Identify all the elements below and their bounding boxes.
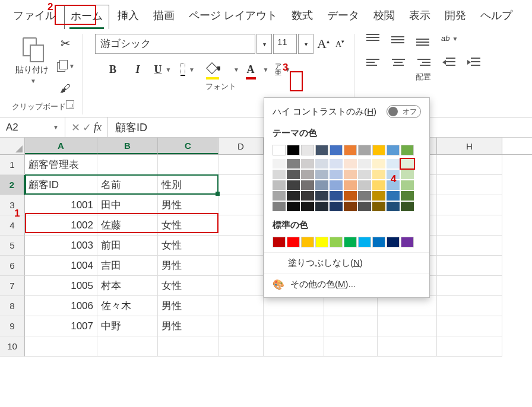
decrease-font-size-button[interactable]: A▾ xyxy=(333,36,347,56)
cell[interactable] xyxy=(437,316,502,336)
tab-help[interactable]: ヘルプ xyxy=(474,5,518,29)
select-all-corner[interactable] xyxy=(0,138,25,154)
col-header-h[interactable]: H xyxy=(437,138,502,154)
color-swatch[interactable] xyxy=(273,202,286,211)
align-center-button[interactable] xyxy=(391,56,406,68)
color-swatch[interactable] xyxy=(372,202,385,211)
cell[interactable] xyxy=(218,175,264,195)
align-middle-button[interactable] xyxy=(391,34,406,46)
color-swatch[interactable] xyxy=(372,191,385,201)
no-fill-item[interactable]: 塗りつぶしなし(N) xyxy=(264,252,429,274)
cell[interactable] xyxy=(25,336,97,357)
color-swatch[interactable] xyxy=(315,159,328,168)
border-button[interactable] xyxy=(180,61,195,78)
cell[interactable] xyxy=(437,276,502,296)
cell[interactable]: 1006 xyxy=(25,296,97,316)
cell[interactable] xyxy=(324,336,378,357)
cell[interactable]: 男性 xyxy=(158,316,218,336)
color-swatch[interactable] xyxy=(358,159,371,168)
cell[interactable] xyxy=(218,296,264,316)
row-header[interactable]: 8 xyxy=(0,296,25,316)
bold-button[interactable]: B xyxy=(106,61,120,78)
cell[interactable] xyxy=(437,336,502,357)
col-header-b[interactable]: B xyxy=(97,138,158,154)
cell[interactable]: 1003 xyxy=(25,236,97,256)
cell[interactable]: 村本 xyxy=(97,276,158,296)
color-swatch[interactable] xyxy=(301,180,314,190)
color-swatch[interactable] xyxy=(315,180,328,190)
cell[interactable] xyxy=(97,336,158,357)
color-swatch[interactable] xyxy=(330,202,343,211)
row-header[interactable]: 4 xyxy=(0,215,25,236)
cell[interactable] xyxy=(218,236,264,256)
tab-view[interactable]: 表示 xyxy=(403,5,436,29)
color-swatch[interactable] xyxy=(287,170,300,179)
color-swatch[interactable] xyxy=(387,145,400,155)
color-swatch[interactable] xyxy=(273,180,286,190)
color-swatch[interactable] xyxy=(301,170,314,179)
fill-color-dropdown[interactable] xyxy=(230,61,240,78)
cell[interactable]: 前田 xyxy=(97,236,158,256)
color-swatch[interactable] xyxy=(273,237,286,247)
cell[interactable] xyxy=(378,316,437,336)
row-header[interactable]: 3 xyxy=(0,195,25,215)
font-size-dropdown[interactable]: ▾ xyxy=(298,34,314,54)
cell[interactable] xyxy=(218,215,264,236)
color-swatch[interactable] xyxy=(344,202,357,211)
cell[interactable] xyxy=(218,276,264,296)
cell[interactable]: 顧客管理表 xyxy=(25,155,97,175)
cell[interactable]: 1007 xyxy=(25,316,97,336)
color-swatch[interactable] xyxy=(372,170,385,179)
cell[interactable]: 吉田 xyxy=(97,256,158,276)
row-header[interactable]: 2 xyxy=(0,175,25,195)
copy-button[interactable] xyxy=(56,56,75,75)
row-header[interactable]: 10 xyxy=(0,336,25,357)
cell[interactable] xyxy=(437,215,502,236)
color-swatch[interactable] xyxy=(401,145,414,155)
decrease-indent-button[interactable] xyxy=(441,56,455,68)
color-swatch[interactable] xyxy=(387,191,400,201)
italic-button[interactable]: I xyxy=(131,61,145,78)
cell[interactable] xyxy=(437,256,502,276)
cell[interactable]: 田中 xyxy=(97,195,158,215)
color-swatch[interactable] xyxy=(315,191,328,201)
color-swatch[interactable] xyxy=(358,237,371,247)
high-contrast-toggle[interactable]: オフ xyxy=(387,105,421,118)
row-header[interactable]: 5 xyxy=(0,236,25,256)
cell[interactable] xyxy=(218,316,264,336)
color-swatch[interactable] xyxy=(273,191,286,201)
col-header-d[interactable]: D xyxy=(218,138,264,154)
color-swatch[interactable] xyxy=(330,191,343,201)
tab-insert[interactable]: 挿入 xyxy=(112,5,145,29)
format-painter-button[interactable] xyxy=(56,79,75,98)
cell[interactable] xyxy=(378,336,437,357)
tab-formulas[interactable]: 数式 xyxy=(286,5,319,29)
cell[interactable] xyxy=(324,316,378,336)
cell[interactable]: 顧客ID xyxy=(25,175,97,195)
cell[interactable] xyxy=(437,296,502,316)
color-swatch[interactable] xyxy=(315,237,328,247)
color-swatch[interactable] xyxy=(358,170,371,179)
cell[interactable]: 佐々木 xyxy=(97,296,158,316)
tab-page-layout[interactable]: ページ レイアウト xyxy=(183,5,283,29)
color-swatch[interactable] xyxy=(344,159,357,168)
cell[interactable]: 1004 xyxy=(25,256,97,276)
color-swatch[interactable] xyxy=(301,237,314,247)
color-swatch[interactable] xyxy=(315,145,328,155)
color-swatch[interactable] xyxy=(358,145,371,155)
cell[interactable]: 性別 xyxy=(158,175,218,195)
color-swatch[interactable] xyxy=(301,145,314,155)
row-header[interactable]: 9 xyxy=(0,316,25,336)
underline-button[interactable]: U xyxy=(156,61,170,78)
color-swatch[interactable] xyxy=(315,202,328,211)
color-swatch[interactable] xyxy=(330,159,343,168)
cell[interactable]: 名前 xyxy=(97,175,158,195)
fill-color-button[interactable] xyxy=(205,61,220,78)
color-swatch[interactable] xyxy=(358,202,371,211)
color-swatch[interactable] xyxy=(287,145,300,155)
color-swatch[interactable] xyxy=(330,237,343,247)
cell[interactable]: 女性 xyxy=(158,215,218,236)
font-color-button[interactable]: A xyxy=(251,61,265,78)
cancel-formula-button[interactable]: ✕ xyxy=(71,121,80,134)
cell[interactable] xyxy=(324,296,378,316)
